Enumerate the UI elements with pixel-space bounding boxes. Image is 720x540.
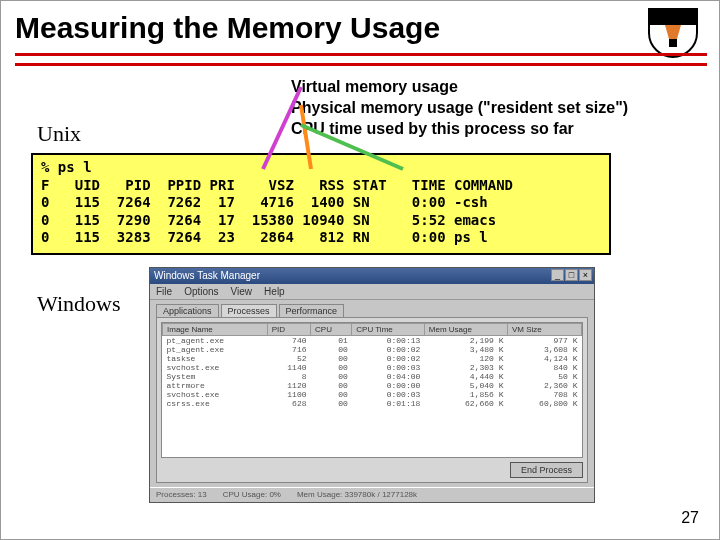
status-proc: Processes: 13 bbox=[156, 490, 207, 499]
win-body: Image Name PID CPU CPU Time Mem Usage VM… bbox=[156, 317, 588, 483]
desc-line-vsz: Virtual memory usage bbox=[291, 77, 628, 98]
win-tabs: Applications Processes Performance bbox=[150, 300, 594, 317]
menu-file[interactable]: File bbox=[156, 286, 172, 297]
win-title-text: Windows Task Manager bbox=[154, 270, 260, 281]
cell: 00 bbox=[311, 354, 352, 363]
term-header: F UID PID PPID PRI VSZ RSS STAT TIME COM… bbox=[41, 177, 601, 195]
tab-performance[interactable]: Performance bbox=[279, 304, 345, 317]
cell: pt_agent.exe bbox=[163, 336, 268, 346]
process-row[interactable]: System8000:04:004,440 K50 K bbox=[163, 372, 582, 381]
col-cpu[interactable]: CPU bbox=[311, 324, 352, 336]
desc-line-rss: Physical memory usage ("resident set siz… bbox=[291, 98, 628, 119]
process-row[interactable]: pt_agent.exe740010:00:132,199 K977 K bbox=[163, 336, 582, 346]
cell: 4,124 K bbox=[507, 354, 581, 363]
description-block: Virtual memory usage Physical memory usa… bbox=[291, 77, 628, 139]
maximize-icon[interactable]: □ bbox=[565, 269, 578, 281]
col-pid[interactable]: PID bbox=[267, 324, 310, 336]
menu-view[interactable]: View bbox=[231, 286, 253, 297]
cell: 0:00:00 bbox=[352, 381, 425, 390]
cell: 0:00:13 bbox=[352, 336, 425, 346]
desc-line-time: CPU time used by this process so far bbox=[291, 119, 628, 140]
cell: 1,856 K bbox=[424, 390, 507, 399]
cell: 00 bbox=[311, 390, 352, 399]
cell: 01 bbox=[311, 336, 352, 346]
label-windows: Windows bbox=[37, 291, 120, 317]
cell: 3,608 K bbox=[507, 345, 581, 354]
cell: attrmore bbox=[163, 381, 268, 390]
cell: 00 bbox=[311, 399, 352, 408]
cell: 00 bbox=[311, 381, 352, 390]
cell: 0:04:00 bbox=[352, 372, 425, 381]
cell: 50 K bbox=[507, 372, 581, 381]
svg-rect-0 bbox=[669, 39, 677, 47]
unix-terminal: % ps l F UID PID PPID PRI VSZ RSS STAT T… bbox=[31, 153, 611, 255]
win-menu: File Options View Help bbox=[150, 284, 594, 300]
process-row[interactable]: attrmore1120000:00:005,040 K2,360 K bbox=[163, 381, 582, 390]
win-statusbar: Processes: 13 CPU Usage: 0% Mem Usage: 3… bbox=[150, 487, 594, 501]
cell: 00 bbox=[311, 345, 352, 354]
cell: 60,800 K bbox=[507, 399, 581, 408]
minimize-icon[interactable]: _ bbox=[551, 269, 564, 281]
cell: 00 bbox=[311, 372, 352, 381]
cell: 3,480 K bbox=[424, 345, 507, 354]
page-number: 27 bbox=[681, 509, 699, 527]
cell: 52 bbox=[267, 354, 310, 363]
cell: csrss.exe bbox=[163, 399, 268, 408]
term-cmd: % ps l bbox=[41, 159, 601, 177]
cell: 4,440 K bbox=[424, 372, 507, 381]
cell: 1120 bbox=[267, 381, 310, 390]
cell: svchost.exe bbox=[163, 390, 268, 399]
process-list[interactable]: Image Name PID CPU CPU Time Mem Usage VM… bbox=[161, 322, 583, 458]
cell: 2,199 K bbox=[424, 336, 507, 346]
cell: taskse bbox=[163, 354, 268, 363]
cell: 0:00:03 bbox=[352, 390, 425, 399]
process-row[interactable]: csrss.exe628000:01:1862,660 K60,800 K bbox=[163, 399, 582, 408]
col-cputime[interactable]: CPU Time bbox=[352, 324, 425, 336]
process-row[interactable]: svchost.exe1100000:00:031,856 K708 K bbox=[163, 390, 582, 399]
cell: 1140 bbox=[267, 363, 310, 372]
menu-options[interactable]: Options bbox=[184, 286, 218, 297]
windows-task-manager: Windows Task Manager _ □ × File Options … bbox=[149, 267, 595, 503]
cell: svchost.exe bbox=[163, 363, 268, 372]
term-row: 0 115 7264 7262 17 4716 1400 SN 0:00 -cs… bbox=[41, 194, 601, 212]
cell: 0:00:02 bbox=[352, 354, 425, 363]
cell: 0:00:02 bbox=[352, 345, 425, 354]
close-icon[interactable]: × bbox=[579, 269, 592, 281]
cell: 977 K bbox=[507, 336, 581, 346]
cell: System bbox=[163, 372, 268, 381]
title-divider bbox=[15, 53, 707, 67]
process-row[interactable]: svchost.exe1140000:00:032,303 K840 K bbox=[163, 363, 582, 372]
col-mem[interactable]: Mem Usage bbox=[424, 324, 507, 336]
page-title: Measuring the Memory Usage bbox=[15, 11, 440, 45]
term-row: 0 115 3283 7264 23 2864 812 RN 0:00 ps l bbox=[41, 229, 601, 247]
process-header: Image Name PID CPU CPU Time Mem Usage VM… bbox=[163, 324, 582, 336]
cell: 1100 bbox=[267, 390, 310, 399]
tab-processes[interactable]: Processes bbox=[221, 304, 277, 317]
cell: 00 bbox=[311, 363, 352, 372]
cell: 62,660 K bbox=[424, 399, 507, 408]
princeton-shield-icon bbox=[645, 7, 701, 59]
cell: 5,040 K bbox=[424, 381, 507, 390]
cell: 708 K bbox=[507, 390, 581, 399]
col-image[interactable]: Image Name bbox=[163, 324, 268, 336]
status-mem: Mem Usage: 339780k / 1277128k bbox=[297, 490, 417, 499]
cell: 716 bbox=[267, 345, 310, 354]
cell: 2,360 K bbox=[507, 381, 581, 390]
cell: 0:00:03 bbox=[352, 363, 425, 372]
process-row[interactable]: pt_agent.exe716000:00:023,480 K3,608 K bbox=[163, 345, 582, 354]
menu-help[interactable]: Help bbox=[264, 286, 285, 297]
cell: 628 bbox=[267, 399, 310, 408]
cell: 2,303 K bbox=[424, 363, 507, 372]
label-unix: Unix bbox=[37, 121, 81, 147]
cell: 0:01:18 bbox=[352, 399, 425, 408]
cell: 8 bbox=[267, 372, 310, 381]
cell: 840 K bbox=[507, 363, 581, 372]
col-vm[interactable]: VM Size bbox=[507, 324, 581, 336]
slide: Measuring the Memory Usage Virtual memor… bbox=[0, 0, 720, 540]
cell: 120 K bbox=[424, 354, 507, 363]
status-cpu: CPU Usage: 0% bbox=[223, 490, 281, 499]
process-row[interactable]: taskse52000:00:02120 K4,124 K bbox=[163, 354, 582, 363]
tab-applications[interactable]: Applications bbox=[156, 304, 219, 317]
end-process-button[interactable]: End Process bbox=[510, 462, 583, 478]
cell: pt_agent.exe bbox=[163, 345, 268, 354]
